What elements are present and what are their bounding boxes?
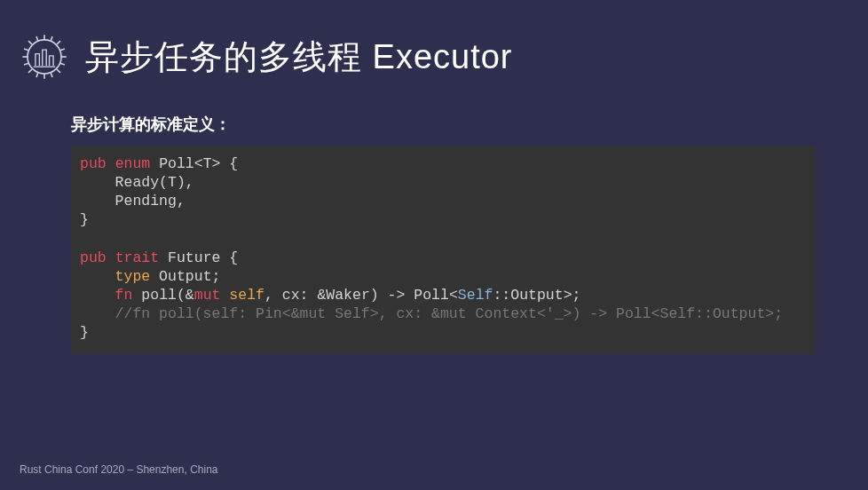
code-token: Self [458,287,493,304]
code-token: { [220,249,238,266]
code-token: (& [177,287,194,304]
code-token: Future [168,249,220,266]
svg-line-11 [36,73,38,77]
svg-line-10 [51,36,52,41]
svg-point-0 [28,40,61,74]
code-token: <T> [194,155,221,172]
code-token: Output [150,268,211,285]
code-token: , cx: &Waker) -> Poll< [264,287,458,304]
svg-line-13 [24,49,28,51]
code-token: ; [212,268,221,285]
code-comment: //fn poll(self: Pin<&mut Self>, cx: &mut… [80,305,783,322]
code-token: self [220,287,264,304]
code-line: } [80,324,89,341]
code-token: type [115,268,151,285]
slide-header: 异步任务的多线程 Executor [0,0,868,82]
svg-line-12 [51,73,52,77]
gear-logo-icon [20,32,69,82]
code-token: fn [115,287,133,304]
code-token: pub [80,249,107,266]
code-line: } [80,211,89,228]
svg-line-6 [57,69,60,73]
section-subtitle: 异步计算的标准定义： [71,114,868,135]
code-block: pub enum Poll<T> { Ready(T), Pending, } … [71,146,815,354]
code-line: Ready(T), [80,174,194,191]
slide-footer: Rust China Conf 2020 – Shenzhen, China [20,463,217,476]
code-token: Poll [159,155,194,172]
code-token: enum [115,155,151,172]
svg-line-8 [28,69,32,73]
slide-title: 异步任务的多线程 Executor [85,35,513,80]
code-token: ::Output>; [493,287,580,304]
code-token: { [220,155,238,172]
code-line: Pending, [80,193,185,209]
svg-line-14 [24,63,28,65]
svg-line-7 [57,41,60,44]
code-token: poll [132,287,177,304]
code-token: mut [194,287,221,304]
code-token: trait [115,249,160,266]
code-token: pub [80,155,107,172]
svg-line-15 [60,49,65,51]
svg-line-9 [36,36,38,41]
svg-line-16 [60,63,65,65]
svg-line-5 [28,41,32,44]
